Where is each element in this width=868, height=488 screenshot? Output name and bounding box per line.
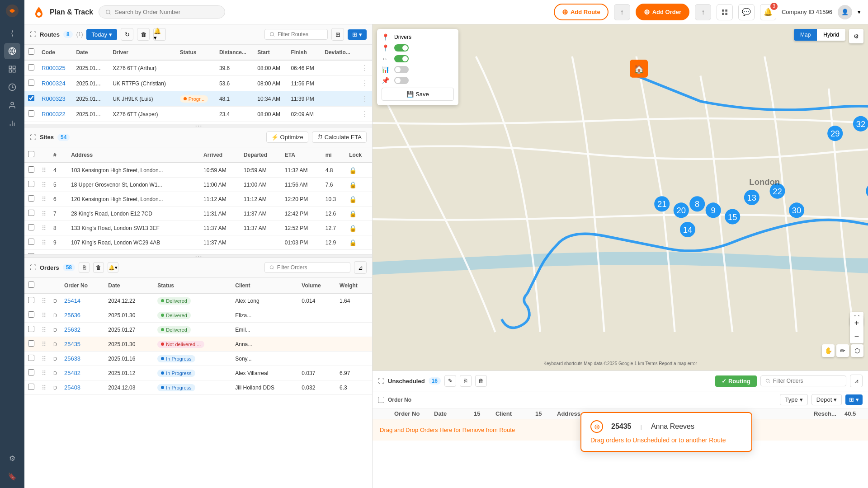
toggle-4[interactable] [394, 77, 409, 84]
route-checkbox[interactable] [28, 64, 34, 70]
table-row[interactable]: ⠿ D 25632 2025.01.27 Delivered Emil... [24, 323, 372, 337]
map-tool-hand[interactable]: ✋ [822, 344, 835, 357]
sidebar-logo[interactable] [5, 4, 19, 19]
route-menu[interactable]: ⋮ [361, 80, 368, 87]
routes-bell-button[interactable]: 🔔 ▾ [153, 28, 166, 41]
sidebar-nav-person[interactable] [4, 97, 20, 113]
table-row[interactable]: R000325 2025.01.... XZ76 6TT (Arthur) 39… [24, 60, 372, 76]
table-row[interactable]: ⠿ D 25435 2025.01.30 Not delivered ... A… [24, 337, 372, 352]
sidebar-nav-list[interactable] [4, 61, 20, 77]
table-row[interactable]: ⠿ D 25482 2025.01.12 In Progress Alex Vi… [24, 366, 372, 380]
route-checkbox[interactable] [28, 80, 34, 86]
route-code[interactable]: R000325 [42, 65, 66, 71]
orders-copy-icon[interactable]: ⎘ [79, 262, 90, 273]
table-row[interactable]: ⠿ D 25633 2025.01.16 In Progress Sony... [24, 352, 372, 366]
unscheduled-copy-icon[interactable]: ⎘ [460, 375, 472, 387]
drag-handle[interactable]: ⠿ [42, 239, 46, 246]
drag-handle[interactable]: ⠿ [42, 370, 46, 377]
unscheduled-filter[interactable] [760, 375, 846, 386]
table-row[interactable]: ⠿518 Upper Grosvenor St, London W1...11:… [24, 178, 372, 192]
unscheduled-delete-icon[interactable]: 🗑 [475, 375, 487, 387]
route-code[interactable]: R000323 [42, 95, 66, 102]
drag-handle[interactable]: ⠿ [42, 210, 46, 217]
routes-delete-button[interactable]: 🗑 [137, 28, 150, 41]
routes-expand-icon[interactable]: ⛶ [30, 31, 36, 38]
drag-handle[interactable]: ⠿ [42, 225, 46, 232]
orders-expand-icon[interactable]: ⛶ [30, 264, 36, 271]
order-number[interactable]: 25435 [64, 341, 80, 347]
map-zoom-in[interactable]: + [850, 316, 863, 330]
upload-route-button[interactable]: ↑ [614, 4, 630, 20]
route-menu[interactable]: ⋮ [361, 95, 368, 103]
route-code[interactable]: R000324 [42, 80, 66, 87]
toggle-2[interactable] [394, 55, 409, 62]
orders-filter[interactable] [264, 262, 350, 273]
table-row[interactable]: R000323 2025.01.... UK JH9LK (Luis) Prog… [24, 91, 372, 107]
unscheduled-select-all[interactable] [378, 397, 384, 403]
routes-refresh-button[interactable]: ↻ [121, 28, 133, 41]
table-row[interactable]: R000322 2025.01.... XZ76 6TT (Jasper) 23… [24, 107, 372, 122]
today-button[interactable]: Today ▾ [86, 29, 117, 40]
sidebar-nav-bookmark[interactable]: 🔖 [4, 468, 20, 484]
orders-select-all[interactable] [28, 282, 34, 288]
map-tool-draw[interactable]: ✏ [836, 344, 849, 357]
messages-button[interactable]: 💬 [738, 4, 755, 20]
route-menu[interactable]: ⋮ [361, 110, 368, 118]
notifications-button[interactable]: 🔔 3 [760, 4, 776, 20]
search-box[interactable] [99, 5, 225, 19]
order-number[interactable]: 25482 [64, 370, 80, 376]
add-route-button[interactable]: ⊕ Add Route [554, 4, 609, 20]
optimize-button[interactable]: ⚡ Optimize [266, 131, 308, 143]
routes-sites-resize[interactable] [24, 124, 372, 127]
sidebar-nav-map[interactable] [4, 43, 20, 59]
routing-button[interactable]: ✓ Routing [715, 375, 757, 387]
order-number[interactable]: 25632 [64, 326, 80, 333]
sites-select-all[interactable] [28, 151, 34, 157]
route-checkbox[interactable] [28, 110, 34, 117]
grid-view-button[interactable] [717, 4, 733, 20]
route-checkbox[interactable] [28, 95, 34, 101]
table-row[interactable]: R000324 2025.01.... UK RT7FG (Christian)… [24, 76, 372, 91]
sites-orders-resize[interactable] [24, 254, 372, 258]
table-row[interactable]: ⠿728 King's Road, London E12 7CD11:31 AM… [24, 206, 372, 221]
order-number[interactable]: 25636 [64, 312, 80, 319]
unscheduled-pencil-icon[interactable]: ✎ [444, 375, 456, 387]
map-settings-button[interactable]: ⚙ [849, 29, 863, 43]
unscheduled-view-btn[interactable]: ⊞ ▾ [845, 394, 863, 405]
table-row[interactable]: ⠿ D 25414 2024.12.22 Delivered Alex Long… [24, 293, 372, 308]
drag-handle[interactable]: ⠿ [42, 181, 46, 188]
orders-delete-icon[interactable]: 🗑 [93, 262, 104, 273]
upload-order-button[interactable]: ↑ [695, 4, 711, 20]
routes-filter-input[interactable] [278, 31, 323, 38]
order-number[interactable]: 25633 [64, 355, 80, 362]
sidebar-nav-expand[interactable]: ⟨ [4, 25, 20, 41]
user-dropdown-arrow[interactable]: ▾ [858, 9, 861, 15]
drag-handle[interactable]: ⠿ [42, 297, 46, 305]
drag-handle[interactable]: ⠿ [42, 326, 46, 333]
drag-handle[interactable]: ⠿ [42, 312, 46, 319]
routes-view-button[interactable]: ⊞ [331, 28, 344, 41]
map-save-button[interactable]: 💾 Save [382, 88, 454, 101]
unscheduled-filter-input[interactable] [773, 378, 841, 384]
user-avatar[interactable]: 👤 [838, 5, 852, 19]
map-type-map[interactable]: Map [794, 29, 817, 41]
calculate-eta-button[interactable]: ⏱ Calculate ETA [312, 131, 367, 143]
add-order-button[interactable]: ⊕ Add Order [636, 4, 689, 20]
table-row[interactable]: ⠿9107 King's Road, London WC29 4AB11:37 … [24, 235, 372, 250]
routes-display-button[interactable]: ⊞▾ [348, 29, 367, 40]
drag-handle[interactable]: ⠿ [42, 384, 46, 391]
map-tool-shape[interactable]: ⬡ [851, 344, 863, 357]
sites-expand-icon[interactable]: ⛶ [30, 134, 36, 141]
table-row[interactable]: ⠿8133 King's Road, London SW13 3EF11:37 … [24, 221, 372, 235]
drag-handle[interactable]: ⠿ [42, 196, 46, 203]
map-type-hybrid[interactable]: Hybrid [817, 29, 845, 41]
search-input[interactable] [115, 9, 218, 15]
orders-filter-input[interactable] [277, 264, 345, 271]
unscheduled-expand-icon[interactable]: ⛶ [378, 377, 384, 385]
sidebar-nav-settings[interactable]: ⚙ [4, 450, 20, 466]
map-zoom-out[interactable]: − [850, 330, 863, 343]
table-row[interactable]: ⠿4103 Kensington High Street, London...1… [24, 163, 372, 178]
table-row[interactable]: ⠿6120 Kensington High Street, London...1… [24, 192, 372, 206]
table-row[interactable]: ⠿ D 25636 2025.01.30 Delivered Eliza... [24, 308, 372, 323]
unscheduled-funnel-button[interactable]: ⊿ [850, 375, 863, 387]
